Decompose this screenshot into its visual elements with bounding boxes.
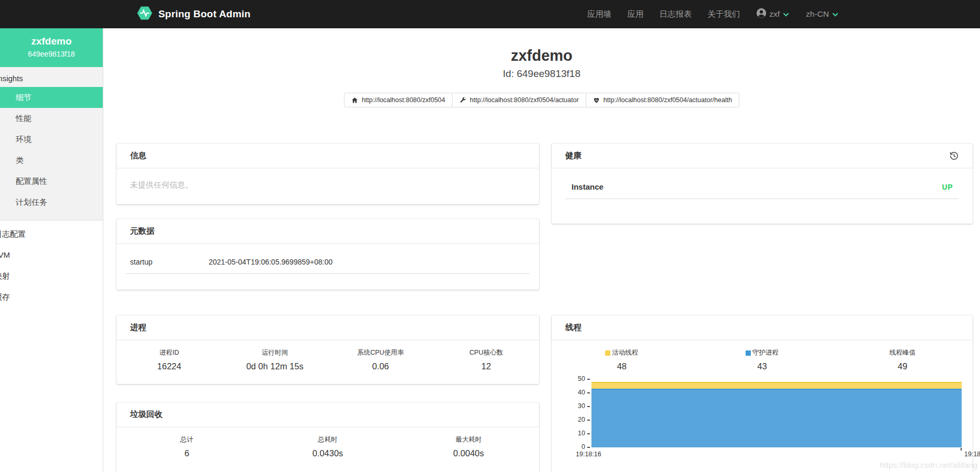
metadata-key: startup xyxy=(130,258,209,266)
navbar-links: 应用墙 应用 日志报表 关于我们 zxf zh-CN xyxy=(587,7,980,21)
sidebar-group-jvm[interactable]: JVM xyxy=(0,245,103,266)
user-menu[interactable]: zxf xyxy=(756,7,790,21)
x-axis-tick xyxy=(961,448,962,451)
sidebar-item-classes[interactable]: 类 xyxy=(0,150,103,171)
process-card-title: 进程 xyxy=(116,315,539,339)
health-status-badge: UP xyxy=(942,183,953,191)
nav-link-wallboard[interactable]: 应用墙 xyxy=(587,9,612,20)
threads-chart-plot: 50 40 30 20 10 0 19:18:16 19:18 xyxy=(591,379,962,447)
process-stat-pid: 进程ID 16224 xyxy=(116,348,222,371)
info-card-title: 信息 xyxy=(116,144,539,168)
brand-title: Spring Boot Admin xyxy=(158,8,251,20)
process-stat-uptime: 运行时间 0d 0h 12m 15s xyxy=(222,348,328,371)
page-instance-id: Id: 649ee9813f18 xyxy=(103,68,980,80)
health-url: http://localhost:8080/zxf0504/actuator/h… xyxy=(604,96,732,104)
y-axis-tick: 10 xyxy=(566,430,585,437)
process-stat-cpu-cores: CPU核心数 12 xyxy=(434,348,540,371)
wrench-icon xyxy=(459,97,466,104)
y-axis-tick: 40 xyxy=(566,389,585,396)
metadata-row: startup 2021-05-04T19:06:05.9699859+08:0… xyxy=(126,253,530,274)
sidebar-insights-group: insights 细节 性能 环境 类 配置属性 计划任务 xyxy=(0,67,103,221)
process-stats: 进程ID 16224 运行时间 0d 0h 12m 15s 系统CPU使用率 0… xyxy=(116,339,539,371)
user-avatar-icon xyxy=(756,7,767,21)
top-navbar: Spring Boot Admin 应用墙 应用 日志报表 关于我们 zxf z… xyxy=(0,0,980,28)
gc-stats: 总计 6 总耗时 0.0430s 最大耗时 0.0040s xyxy=(116,426,539,458)
brand[interactable]: Spring Boot Admin xyxy=(136,5,251,24)
threads-stat-live: 活动线程 48 xyxy=(552,348,692,371)
sidebar-item-details[interactable]: 细节 xyxy=(0,87,103,108)
gc-card-title: 垃圾回收 xyxy=(116,402,539,426)
y-axis-tick: 30 xyxy=(566,402,585,410)
x-axis-label-start: 19:18:16 xyxy=(576,451,601,458)
sidebar-item-metrics[interactable]: 性能 xyxy=(0,108,103,129)
x-axis-label-end: 19:18 xyxy=(964,451,980,458)
sidebar-group-mappings[interactable]: 映射 xyxy=(0,266,103,287)
sidebar-app-banner: zxfdemo 649ee9813f18 xyxy=(0,28,103,67)
threads-stats: 活动线程 48 守护进程 43 线程峰值 49 xyxy=(552,339,973,371)
history-icon[interactable] xyxy=(949,151,959,161)
sidebar: zxfdemo 649ee9813f18 insights 细节 性能 环境 类… xyxy=(0,28,103,472)
threads-stat-peak: 线程峰值 49 xyxy=(832,348,973,371)
sidebar-item-config-props[interactable]: 配置属性 xyxy=(0,171,103,192)
gc-stat-total-time: 总耗时 0.0430s xyxy=(257,435,399,458)
nav-link-journal[interactable]: 日志报表 xyxy=(659,9,692,20)
sidebar-item-environment[interactable]: 环境 xyxy=(0,129,103,150)
user-name: zxf xyxy=(769,9,780,19)
nav-link-applications[interactable]: 应用 xyxy=(627,9,643,20)
sidebar-item-scheduled-tasks[interactable]: 计划任务 xyxy=(0,192,103,213)
instance-url-buttons: http://localhost:8080/zxf0504 http://loc… xyxy=(103,93,980,107)
process-card: 进程 进程ID 16224 运行时间 0d 0h 12m 15s 系统CPU使用… xyxy=(116,315,539,384)
service-url-button[interactable]: http://localhost:8080/zxf0504 xyxy=(344,93,453,107)
gc-card: 垃圾回收 总计 6 总耗时 0.0430s 最大耗时 0.0040s xyxy=(116,402,539,472)
legend-square-daemon-threads xyxy=(746,350,751,356)
gc-stat-count: 总计 6 xyxy=(116,435,257,458)
home-icon xyxy=(351,97,358,104)
health-card-title: 健康 xyxy=(565,150,581,161)
threads-card-title: 线程 xyxy=(552,315,973,339)
metadata-value: 2021-05-04T19:06:05.9699859+08:00 xyxy=(209,258,332,266)
spring-boot-admin-logo-icon xyxy=(136,5,153,24)
process-stat-cpu-usage: 系统CPU使用率 0.06 xyxy=(328,348,434,371)
actuator-url-button[interactable]: http://localhost:8080/zxf0504/actuator xyxy=(452,93,586,107)
service-url: http://localhost:8080/zxf0504 xyxy=(362,96,445,104)
metadata-card: 元数据 startup 2021-05-04T19:06:05.9699859+… xyxy=(116,219,539,290)
threads-stat-daemon: 守护进程 43 xyxy=(692,348,833,371)
metadata-card-body: startup 2021-05-04T19:06:05.9699859+08:0… xyxy=(116,243,539,274)
watermark-text: https://blog.csdn.net/ailifang xyxy=(880,460,977,469)
heartbeat-icon xyxy=(593,97,600,104)
sidebar-group-insights: insights xyxy=(0,70,103,87)
gc-stat-max-time: 最大耗时 0.0040s xyxy=(398,435,539,458)
nav-link-about[interactable]: 关于我们 xyxy=(707,9,740,20)
actuator-url: http://localhost:8080/zxf0504/actuator xyxy=(470,96,579,104)
health-instance-row[interactable]: Instance UP xyxy=(565,180,959,199)
metadata-card-title: 元数据 xyxy=(116,219,539,243)
info-card: 信息 未提供任何信息。 xyxy=(116,144,539,204)
area-daemon-threads xyxy=(591,389,962,447)
y-axis-tick: 50 xyxy=(566,375,585,382)
sidebar-group-loggers[interactable]: 日志配置 xyxy=(0,224,103,245)
locale-value: zh-CN xyxy=(806,9,829,19)
health-instance-label: Instance xyxy=(572,182,604,191)
sidebar-bottom-groups: 日志配置 JVM 映射 缓存 xyxy=(0,221,103,308)
page-title: zxfdemo xyxy=(103,47,980,64)
legend-square-live-threads xyxy=(605,350,610,356)
health-card-body: Instance UP xyxy=(552,168,973,199)
info-empty-text: 未提供任何信息。 xyxy=(116,168,539,203)
health-card: 健康 Instance UP xyxy=(552,144,973,224)
chevron-down-icon xyxy=(831,10,839,19)
chevron-down-icon xyxy=(782,10,790,19)
sidebar-group-caches[interactable]: 缓存 xyxy=(0,287,103,308)
sidebar-app-name: zxfdemo xyxy=(0,36,103,47)
main-content: zxfdemo Id: 649ee9813f18 http://localhos… xyxy=(103,28,980,472)
threads-card: 线程 活动线程 48 守护进程 43 线程峰值 49 xyxy=(552,315,973,472)
sidebar-app-id: 649ee9813f18 xyxy=(0,50,103,58)
y-axis-tick: 20 xyxy=(566,416,585,423)
locale-select[interactable]: zh-CN xyxy=(806,9,839,19)
health-url-button[interactable]: http://localhost:8080/zxf0504/actuator/h… xyxy=(586,93,739,107)
y-axis-tick: 0 xyxy=(566,443,585,451)
